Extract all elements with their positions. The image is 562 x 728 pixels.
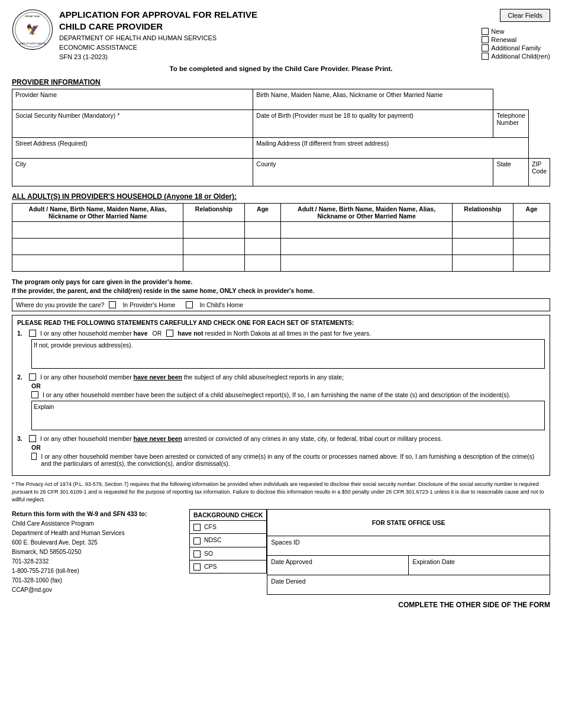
state-input[interactable]: [496, 170, 525, 177]
expiration-input[interactable]: [412, 565, 546, 572]
so-label: SO: [204, 550, 213, 557]
statement3-checkbox[interactable]: [29, 435, 36, 442]
adult2-name-input[interactable]: [15, 240, 180, 247]
dob-cell: Date of Birth (Provider must be 18 to qu…: [253, 110, 493, 138]
providers-home-checkbox[interactable]: [109, 301, 116, 308]
adult6-rel-input[interactable]: [456, 257, 510, 264]
cfs-checkbox[interactable]: [193, 524, 201, 531]
new-checkbox-row: New: [482, 28, 550, 35]
adult1-name-input[interactable]: [15, 224, 180, 231]
adult4-rel-input[interactable]: [456, 224, 510, 231]
statement2-or-checkbox[interactable]: [31, 391, 38, 398]
col5-header: Relationship: [452, 204, 513, 222]
svg-text:GREAT SEAL: GREAT SEAL: [25, 15, 41, 18]
adult3-name[interactable]: [12, 255, 183, 272]
statement-2-explain-input[interactable]: [34, 410, 542, 427]
complete-footer: COMPLETE THE OTHER SIDE OF THE FORM: [12, 601, 550, 609]
ssn-input[interactable]: [15, 121, 250, 128]
adult-row-2: [12, 239, 550, 255]
county-input[interactable]: [256, 170, 490, 177]
return-line8: CCAP@nd.gov: [12, 585, 183, 595]
adult6-name-input[interactable]: [284, 257, 448, 264]
adult5-age[interactable]: [513, 239, 550, 255]
adult2-rel-input[interactable]: [186, 240, 241, 247]
statement-1-address-input[interactable]: [34, 349, 542, 365]
adult1-name[interactable]: [12, 222, 183, 239]
ssn-label: Social Security Number (Mandatory) *: [15, 112, 250, 119]
adult3-age-input[interactable]: [248, 257, 278, 264]
additional-family-checkbox-row: Additional Family: [482, 44, 550, 51]
adult6-age-input[interactable]: [516, 257, 547, 264]
so-checkbox[interactable]: [193, 550, 201, 558]
adult3-age[interactable]: [244, 255, 281, 272]
street-input[interactable]: [15, 149, 250, 156]
svg-text:🦅: 🦅: [26, 23, 40, 36]
mailing-input[interactable]: [256, 149, 525, 156]
adult4-name[interactable]: [281, 222, 452, 239]
adult2-age-input[interactable]: [248, 240, 278, 247]
adult5-name[interactable]: [281, 239, 452, 255]
county-cell: County: [253, 159, 493, 186]
new-checkbox[interactable]: [482, 28, 489, 35]
additional-child-label: Additional Child(ren): [491, 53, 550, 60]
adult4-rel[interactable]: [452, 222, 513, 239]
adult6-name[interactable]: [281, 255, 452, 272]
provider-section-title: PROVIDER INFORMATION: [12, 78, 550, 86]
adult2-name[interactable]: [12, 239, 183, 255]
statement-3-row: 3. I or any other household member have …: [17, 435, 545, 442]
clear-fields-button[interactable]: Clear Fields: [500, 9, 550, 22]
statement-1: 1. I or any other household member have …: [17, 330, 545, 369]
disclaimer-text: * The Privacy Act of 1974 (P.L. 93-579, …: [12, 481, 550, 503]
adult3-name-input[interactable]: [15, 257, 180, 264]
form-number: SFN 23 (1-2023): [59, 53, 476, 60]
birth-name-label: Birth Name, Maiden Name, Alias, Nickname…: [256, 91, 490, 98]
adult2-age[interactable]: [244, 239, 281, 255]
adult5-name-input[interactable]: [284, 240, 448, 247]
statement1-havenot-checkbox[interactable]: [166, 330, 173, 337]
svg-text:STATE OF NORTH DAKOTA: STATE OF NORTH DAKOTA: [19, 43, 46, 45]
provider-name-input[interactable]: [15, 101, 250, 108]
adult4-age-input[interactable]: [516, 224, 547, 231]
ndsc-checkbox[interactable]: [193, 537, 201, 545]
adult5-rel-input[interactable]: [456, 240, 510, 247]
adult2-rel[interactable]: [183, 239, 244, 255]
spaces-id-input[interactable]: [271, 546, 546, 553]
adult4-age[interactable]: [513, 222, 550, 239]
zip-input[interactable]: [532, 177, 547, 184]
return-address: Return this form with the W-9 and SFN 43…: [12, 509, 183, 595]
childs-home-label: In Child's Home: [199, 301, 243, 308]
childs-home-checkbox[interactable]: [186, 301, 193, 308]
adult6-age[interactable]: [513, 255, 550, 272]
adult4-name-input[interactable]: [284, 224, 448, 231]
phone-input[interactable]: [496, 128, 525, 136]
statement-2-text: I or any other household member have nev…: [40, 373, 344, 381]
city-input[interactable]: [15, 170, 250, 177]
date-approved-input[interactable]: [271, 565, 405, 572]
date-denied-input[interactable]: [271, 585, 546, 592]
adult1-age-input[interactable]: [248, 224, 278, 231]
cps-checkbox[interactable]: [193, 563, 201, 571]
adult1-age[interactable]: [244, 222, 281, 239]
adult1-rel-input[interactable]: [186, 224, 241, 231]
additional-child-checkbox-row: Additional Child(ren): [482, 53, 550, 60]
bg-cfs-row: CFS: [190, 521, 267, 534]
adult3-rel[interactable]: [183, 255, 244, 272]
renewal-checkbox[interactable]: [482, 36, 489, 43]
statement1-have-checkbox[interactable]: [29, 330, 36, 337]
statement-1-subtext: If not, provide previous address(es).: [31, 339, 545, 369]
expiration-date-cell: Expiration Date: [409, 555, 550, 575]
adult5-rel[interactable]: [452, 239, 513, 255]
adult5-age-input[interactable]: [516, 240, 547, 247]
birth-name-input[interactable]: [256, 101, 490, 108]
county-label: County: [256, 160, 490, 167]
statement3-or-checkbox[interactable]: [31, 453, 37, 460]
adult3-rel-input[interactable]: [186, 257, 241, 264]
statement2-checkbox[interactable]: [29, 373, 36, 381]
additional-family-checkbox[interactable]: [482, 44, 489, 51]
adults-table: Adult / Name, Birth Name, Maiden Name, A…: [12, 203, 550, 272]
adult1-rel[interactable]: [183, 222, 244, 239]
adult6-rel[interactable]: [452, 255, 513, 272]
col4-header: Adult / Name, Birth Name, Maiden Name, A…: [281, 204, 452, 222]
additional-child-checkbox[interactable]: [482, 53, 489, 60]
dob-input[interactable]: [256, 121, 490, 128]
